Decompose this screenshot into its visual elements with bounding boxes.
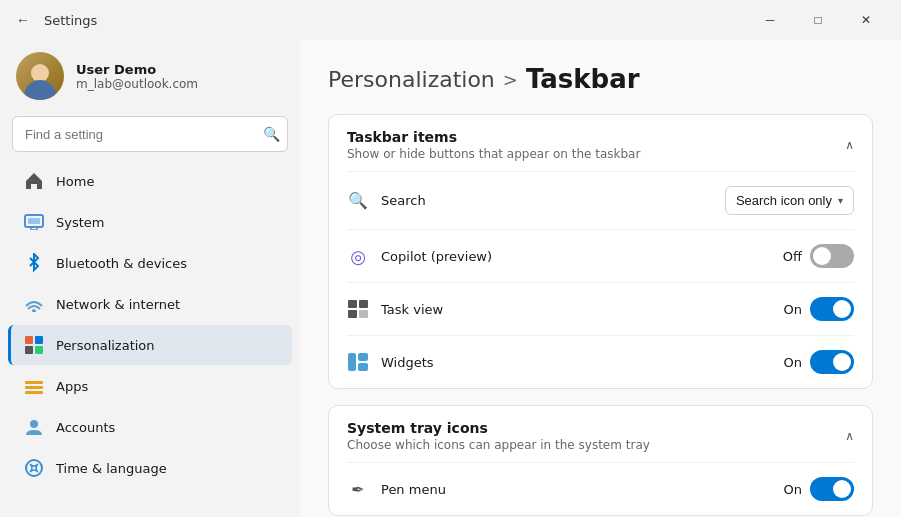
minimize-button[interactable]: ─ — [747, 5, 793, 35]
setting-row-copilot: ◎ Copilot (preview) Off — [329, 230, 872, 282]
search-setting-icon: 🔍 — [347, 190, 369, 212]
system-tray-title: System tray icons — [347, 420, 650, 436]
window-controls: ─ □ ✕ — [747, 5, 889, 35]
svg-rect-8 — [25, 386, 43, 389]
svg-rect-5 — [25, 346, 33, 354]
svg-rect-3 — [25, 336, 33, 344]
breadcrumb-parent: Personalization — [328, 67, 495, 92]
search-input[interactable] — [12, 116, 288, 152]
accounts-nav-icon — [24, 417, 44, 437]
window-title: Settings — [44, 13, 97, 28]
system-nav-icon — [24, 212, 44, 232]
setting-row-search: 🔍 Search Search icon only ▾ — [329, 172, 872, 229]
avatar-figure — [24, 64, 56, 100]
sidebar-item-label-network: Network & internet — [56, 297, 180, 312]
copilot-icon: ◎ — [347, 245, 369, 267]
toggle-thumb — [833, 353, 851, 371]
titlebar-left: ← Settings — [12, 8, 747, 32]
svg-point-11 — [26, 460, 42, 476]
sidebar-item-label-bluetooth: Bluetooth & devices — [56, 256, 187, 271]
setting-left: Widgets — [347, 351, 434, 373]
breadcrumb-separator: > — [503, 69, 518, 90]
setting-row-widgets: Widgets On — [329, 336, 872, 388]
sidebar-item-apps[interactable]: Apps — [8, 366, 292, 406]
time-nav-icon — [24, 458, 44, 478]
sidebar-item-network[interactable]: Network & internet — [8, 284, 292, 324]
svg-rect-9 — [25, 391, 43, 394]
sidebar-item-personalization[interactable]: Personalization — [8, 325, 292, 365]
sidebar-item-bluetooth[interactable]: Bluetooth & devices — [8, 243, 292, 283]
personalization-nav-icon — [24, 335, 44, 355]
system-tray-subtitle: Choose which icons can appear in the sys… — [347, 438, 650, 452]
search-dropdown[interactable]: Search icon only ▾ — [725, 186, 854, 215]
pen-toggle-wrap: On — [784, 477, 854, 501]
svg-rect-15 — [359, 310, 368, 318]
pen-toggle-label: On — [784, 482, 802, 497]
svg-rect-14 — [348, 310, 357, 318]
user-email: m_lab@outlook.com — [76, 77, 198, 91]
sidebar: User Demo m_lab@outlook.com 🔍 HomeSystem… — [0, 40, 300, 517]
search-icon[interactable]: 🔍 — [263, 126, 280, 142]
sidebar-item-home[interactable]: Home — [8, 161, 292, 201]
system-tray-chevron: ∧ — [845, 429, 854, 443]
taskview-icon — [347, 298, 369, 320]
pen-toggle[interactable] — [810, 477, 854, 501]
system-tray-header[interactable]: System tray icons Choose which icons can… — [329, 406, 872, 462]
widgets-toggle-label: On — [784, 355, 802, 370]
setting-left: Task view — [347, 298, 443, 320]
widgets-toggle[interactable] — [810, 350, 854, 374]
titlebar: ← Settings ─ □ ✕ — [0, 0, 901, 40]
network-nav-icon — [24, 294, 44, 314]
setting-left: ✒ Pen menu — [347, 478, 446, 500]
taskbar-items-subtitle: Show or hide buttons that appear on the … — [347, 147, 640, 161]
section-title-group: System tray icons Choose which icons can… — [347, 420, 650, 452]
back-button[interactable]: ← — [12, 8, 34, 32]
setting-left: 🔍 Search — [347, 190, 426, 212]
sidebar-item-label-personalization: Personalization — [56, 338, 155, 353]
toggle-thumb — [833, 480, 851, 498]
widgets-icon — [347, 351, 369, 373]
home-nav-icon — [24, 171, 44, 191]
section-title-group: Taskbar items Show or hide buttons that … — [347, 129, 640, 161]
sidebar-item-label-accounts: Accounts — [56, 420, 115, 435]
svg-rect-7 — [25, 381, 43, 384]
taskview-toggle[interactable] — [810, 297, 854, 321]
taskview-label: Task view — [381, 302, 443, 317]
setting-row-taskview: Task view On — [329, 283, 872, 335]
svg-rect-1 — [28, 218, 40, 224]
apps-nav-icon — [24, 376, 44, 396]
copilot-label: Copilot (preview) — [381, 249, 492, 264]
content-area: Personalization > Taskbar Taskbar items … — [300, 40, 901, 517]
close-button[interactable]: ✕ — [843, 5, 889, 35]
svg-point-2 — [32, 309, 36, 312]
sidebar-item-label-system: System — [56, 215, 104, 230]
copilot-toggle[interactable] — [810, 244, 854, 268]
maximize-button[interactable]: □ — [795, 5, 841, 35]
setting-row-pen: ✒ Pen menu On — [329, 463, 872, 515]
taskview-toggle-wrap: On — [784, 297, 854, 321]
main-layout: User Demo m_lab@outlook.com 🔍 HomeSystem… — [0, 40, 901, 517]
svg-rect-13 — [359, 300, 368, 308]
pen-icon: ✒ — [347, 478, 369, 500]
sidebar-item-accounts[interactable]: Accounts — [8, 407, 292, 447]
user-info: User Demo m_lab@outlook.com — [76, 62, 198, 91]
pen-label: Pen menu — [381, 482, 446, 497]
toggle-thumb — [813, 247, 831, 265]
user-name: User Demo — [76, 62, 198, 77]
sidebar-item-time[interactable]: Time & language — [8, 448, 292, 488]
search-setting-label: Search — [381, 193, 426, 208]
taskbar-items-section: Taskbar items Show or hide buttons that … — [328, 114, 873, 389]
search-box: 🔍 — [12, 116, 288, 152]
svg-rect-18 — [358, 363, 368, 371]
sidebar-item-label-home: Home — [56, 174, 94, 189]
widgets-label: Widgets — [381, 355, 434, 370]
toggle-thumb — [833, 300, 851, 318]
taskbar-items-chevron: ∧ — [845, 138, 854, 152]
copilot-toggle-label: Off — [783, 249, 802, 264]
taskbar-items-header[interactable]: Taskbar items Show or hide buttons that … — [329, 115, 872, 171]
system-tray-section: System tray icons Choose which icons can… — [328, 405, 873, 516]
widgets-toggle-wrap: On — [784, 350, 854, 374]
user-profile: User Demo m_lab@outlook.com — [0, 40, 300, 116]
sidebar-item-system[interactable]: System — [8, 202, 292, 242]
search-dropdown-value: Search icon only — [736, 193, 832, 208]
